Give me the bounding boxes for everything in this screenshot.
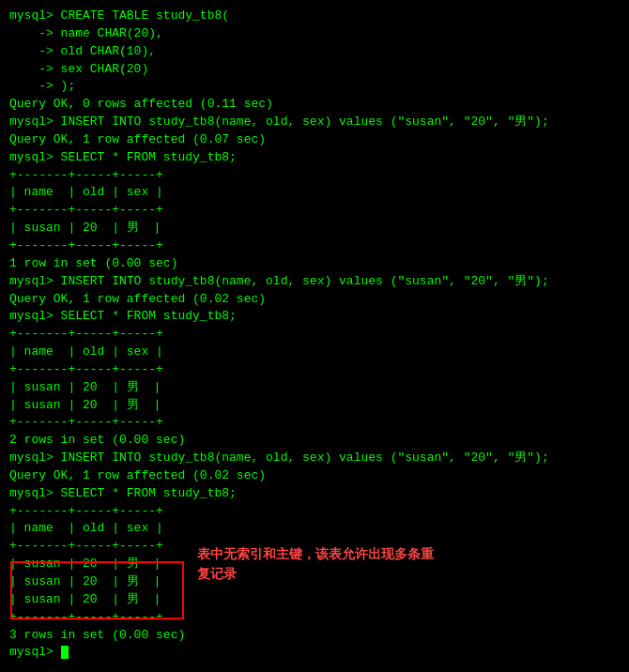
- terminal-line: +-------+-----+-----+: [9, 237, 620, 255]
- terminal-line: +-------+-----+-----+: [9, 326, 620, 344]
- terminal-line: | name | old | sex |: [9, 344, 620, 361]
- terminal-line: 3 rows in set (0.00 sec): [9, 627, 620, 645]
- terminal-line: mysql> SELECT * FROM study_tb8;: [9, 149, 620, 167]
- terminal: mysql> CREATE TABLE study_tb8( -> name C…: [9, 8, 620, 664]
- terminal-cursor: [61, 646, 69, 659]
- terminal-line: +-------+-----+-----+: [9, 414, 620, 432]
- terminal-line: | susan | 20 | 男 |: [9, 397, 620, 415]
- terminal-line: mysql> INSERT INTO study_tb8(name, old, …: [9, 450, 620, 467]
- annotation-text: 表中无索引和主键，该表允许出现多条重复记录: [197, 544, 441, 584]
- terminal-line: | susan | 20 | 男 |: [9, 220, 620, 237]
- terminal-line: Query OK, 1 row affected (0.07 sec): [9, 131, 620, 149]
- terminal-line: | name | old | sex |: [9, 520, 620, 538]
- terminal-line: -> name CHAR(20),: [9, 25, 620, 43]
- terminal-line: | susan | 20 | 男 |: [9, 379, 620, 397]
- terminal-line: mysql>: [9, 644, 620, 662]
- terminal-line: | susan | 20 | 男 |: [9, 591, 620, 609]
- terminal-line: mysql> INSERT INTO study_tb8(name, old, …: [9, 273, 620, 291]
- terminal-line: -> );: [9, 78, 620, 96]
- terminal-line: +-------+-----+-----+: [9, 202, 620, 220]
- terminal-line: +-------+-----+-----+: [9, 503, 620, 521]
- terminal-line: +-------+-----+-----+: [9, 361, 620, 379]
- terminal-line: mysql> CREATE TABLE study_tb8(: [9, 8, 620, 25]
- terminal-line: | name | old | sex |: [9, 184, 620, 202]
- terminal-line: mysql> SELECT * FROM study_tb8;: [9, 485, 620, 503]
- terminal-line: mysql> SELECT * FROM study_tb8;: [9, 308, 620, 326]
- terminal-line: Query OK, 1 row affected (0.02 sec): [9, 291, 620, 309]
- terminal-line: Query OK, 1 row affected (0.02 sec): [9, 467, 620, 485]
- terminal-line: mysql> INSERT INTO study_tb8(name, old, …: [9, 114, 620, 131]
- terminal-line: 1 row in set (0.00 sec): [9, 255, 620, 273]
- terminal-line: +-------+-----+-----+: [9, 609, 620, 627]
- terminal-line: Query OK, 0 rows affected (0.11 sec): [9, 96, 620, 114]
- terminal-line: 2 rows in set (0.00 sec): [9, 432, 620, 450]
- terminal-line: +-------+-----+-----+: [9, 167, 620, 185]
- terminal-line: -> old CHAR(10),: [9, 43, 620, 61]
- terminal-line: -> sex CHAR(20): [9, 61, 620, 79]
